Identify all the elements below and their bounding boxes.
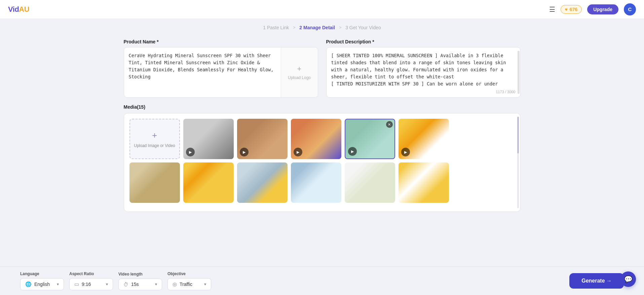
upload-logo-label: Upload Logo: [288, 75, 311, 80]
aspect-group: Aspect Ratio ▭ 9:16 ▾: [69, 271, 113, 290]
media-item-9[interactable]: [237, 162, 288, 203]
objective-chevron-icon: ▾: [204, 282, 206, 287]
language-group: Language 🌐 English ▾: [20, 271, 64, 290]
desc-scrollbar: [518, 51, 520, 94]
play-icon-3[interactable]: ▶: [294, 148, 302, 156]
upload-logo-plus-icon: +: [297, 65, 302, 73]
step-2[interactable]: 2 Manage Detail: [299, 25, 335, 30]
media-item-2[interactable]: ▶: [237, 119, 288, 159]
close-icon-4[interactable]: ✕: [386, 121, 393, 128]
upload-media-button[interactable]: + Upload Image or Video: [129, 119, 180, 159]
logo: VidAU: [8, 5, 29, 14]
aspect-select[interactable]: ▭ 9:16 ▾: [69, 278, 113, 290]
upload-media-label: Upload Image or Video: [134, 143, 175, 148]
step-sep-1: >: [293, 25, 295, 30]
media-row-1: + Upload Image or Video ▶ ▶ ▶ ✕: [129, 119, 515, 159]
upgrade-button[interactable]: Upgrade: [587, 4, 618, 14]
menu-icon[interactable]: ☰: [549, 5, 555, 13]
play-icon-2[interactable]: ▶: [240, 148, 249, 156]
header: VidAU ☰ ♥ 676 Upgrade C: [0, 0, 644, 19]
media-label: Media(15): [124, 104, 521, 110]
length-label: Video length: [118, 272, 162, 276]
credits-badge: ♥ 676: [561, 5, 582, 14]
length-group: Video length ⏱ 15s ▾: [118, 272, 162, 290]
media-item-1[interactable]: ▶: [183, 119, 234, 159]
play-icon-4[interactable]: ▶: [348, 147, 357, 156]
generate-button[interactable]: Generate →: [569, 273, 624, 289]
target-icon: ◎: [173, 281, 177, 287]
product-desc-label: Product Description *: [326, 39, 521, 44]
aspect-value: 9:16: [82, 282, 91, 287]
upload-plus-icon: +: [152, 130, 157, 141]
length-select[interactable]: ⏱ 15s ▾: [118, 279, 162, 290]
product-desc-input[interactable]: [ SHEER TINTED 100% MINERAL SUNSCREEN ] …: [331, 52, 516, 93]
media-item-3[interactable]: ▶: [291, 119, 341, 159]
product-name-input[interactable]: CeraVe Hydrating Mineral Sunscreen SPF 3…: [124, 47, 281, 97]
heart-icon: ♥: [565, 7, 568, 12]
objective-group: Objective ◎ Traffic ▾: [167, 271, 211, 290]
credits-value: 676: [570, 7, 577, 12]
main-content: Product Name * CeraVe Hydrating Mineral …: [104, 34, 541, 212]
logo-vid: Vid: [8, 5, 19, 13]
media-scrollbar: [517, 117, 519, 208]
product-desc-col: Product Description * [ SHEER TINTED 100…: [326, 39, 521, 98]
play-icon-5[interactable]: ▶: [401, 148, 410, 156]
step-sep-2: >: [339, 25, 341, 30]
play-icon-1[interactable]: ▶: [186, 148, 195, 156]
aspect-icon: ▭: [74, 281, 79, 287]
product-name-label: Product Name *: [124, 39, 318, 44]
header-right: ☰ ♥ 676 Upgrade C: [549, 3, 636, 15]
logo-au: AU: [19, 5, 29, 13]
objective-value: Traffic: [180, 282, 192, 287]
language-chevron-icon: ▾: [57, 282, 59, 287]
step-1[interactable]: 1 Paste Link: [263, 25, 289, 30]
media-item-11[interactable]: [345, 162, 395, 203]
upload-logo-area[interactable]: + Upload Logo: [281, 47, 318, 97]
media-item-12[interactable]: [399, 162, 449, 203]
product-name-col: Product Name * CeraVe Hydrating Mineral …: [124, 39, 318, 98]
stepper: 1 Paste Link > 2 Manage Detail > 3 Get Y…: [0, 19, 644, 34]
media-item-4[interactable]: ✕ ▶: [345, 119, 395, 159]
language-select[interactable]: 🌐 English ▾: [20, 278, 64, 290]
clock-icon: ⏱: [123, 282, 128, 287]
media-item-10[interactable]: [291, 162, 341, 203]
media-item-8[interactable]: [183, 162, 234, 203]
objective-label: Objective: [167, 271, 211, 276]
bottom-bar: Language 🌐 English ▾ Aspect Ratio ▭ 9:16…: [0, 266, 644, 295]
avatar: C: [624, 3, 636, 15]
length-chevron-icon: ▾: [155, 282, 157, 287]
media-item-7[interactable]: [129, 162, 180, 203]
char-count: 1173 / 3000: [496, 90, 515, 94]
globe-icon: 🌐: [25, 281, 32, 287]
step-3[interactable]: 3 Get Your Video: [345, 25, 381, 30]
product-name-box: CeraVe Hydrating Mineral Sunscreen SPF 3…: [124, 47, 318, 98]
language-label: Language: [20, 271, 64, 276]
media-section: Media(15) + Upload Image or Video ▶ ▶: [124, 104, 521, 212]
media-scrollbar-thumb: [517, 117, 519, 153]
media-grid-container: + Upload Image or Video ▶ ▶ ▶ ✕: [124, 113, 521, 212]
form-row: Product Name * CeraVe Hydrating Mineral …: [124, 39, 521, 98]
dropdowns-row: Language 🌐 English ▾ Aspect Ratio ▭ 9:16…: [20, 271, 211, 290]
aspect-chevron-icon: ▾: [106, 282, 108, 287]
language-value: English: [34, 282, 50, 287]
chat-bubble[interactable]: 💬: [620, 271, 636, 287]
media-item-5[interactable]: ▶: [399, 119, 449, 159]
media-row-2: [129, 162, 515, 203]
product-desc-box: [ SHEER TINTED 100% MINERAL SUNSCREEN ] …: [326, 47, 521, 98]
length-value: 15s: [131, 282, 139, 287]
objective-select[interactable]: ◎ Traffic ▾: [167, 278, 211, 290]
aspect-label: Aspect Ratio: [69, 271, 113, 276]
